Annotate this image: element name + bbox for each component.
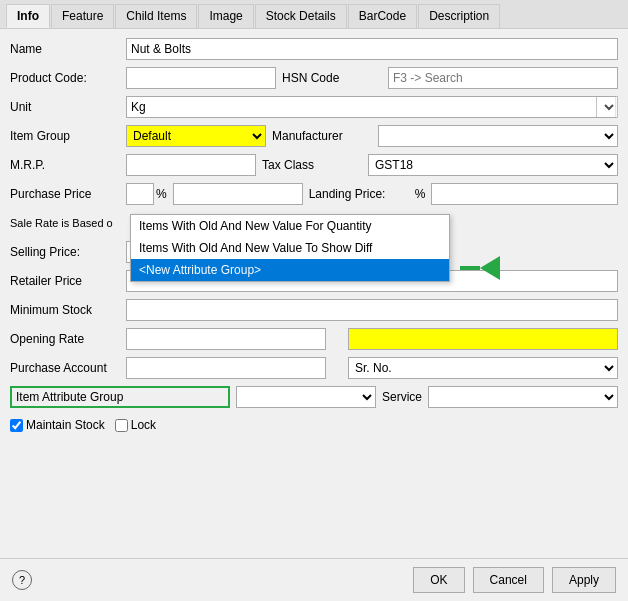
maintain-stock-checkbox-item: Maintain Stock — [10, 418, 105, 432]
purchase-pct-input[interactable] — [126, 183, 154, 205]
purchase-account-label: Purchase Account — [10, 361, 120, 375]
minimum-stock-row: Minimum Stock — [10, 298, 618, 322]
purchase-main-input[interactable] — [173, 183, 303, 205]
purchase-pct-sign: % — [156, 187, 167, 201]
name-label: Name — [10, 42, 120, 56]
minimum-stock-input[interactable] — [126, 299, 618, 321]
tax-class-select[interactable]: GST18 — [368, 154, 618, 176]
footer-left: ? — [12, 570, 405, 590]
unit-select[interactable]: v — [596, 96, 618, 118]
dropdown-item-0[interactable]: Items With Old And New Value For Quantit… — [131, 215, 449, 237]
lock-label: Lock — [131, 418, 156, 432]
tab-description[interactable]: Description — [418, 4, 500, 28]
item-attr-group-label: Item Attribute Group — [16, 390, 123, 404]
footer: ? OK Cancel Apply — [0, 558, 628, 601]
dropdown-popup: Items With Old And New Value For Quantit… — [130, 214, 450, 282]
help-icon[interactable]: ? — [12, 570, 32, 590]
opening-rate-input[interactable] — [126, 328, 326, 350]
product-code-label: Product Code: — [10, 71, 120, 85]
product-code-input[interactable] — [126, 67, 276, 89]
tab-child-items[interactable]: Child Items — [115, 4, 197, 28]
dropdown-item-2[interactable]: <New Attribute Group> — [131, 259, 449, 281]
apply-button[interactable]: Apply — [552, 567, 616, 593]
hsn-input[interactable] — [388, 67, 618, 89]
tab-stock-details[interactable]: Stock Details — [255, 4, 347, 28]
item-group-select[interactable]: Default — [126, 125, 266, 147]
landing-pct-sign: % — [415, 187, 426, 201]
dropdown-item-1[interactable]: Items With Old And New Value To Show Dif… — [131, 237, 449, 259]
maintain-stock-checkbox[interactable] — [10, 419, 23, 432]
tab-image[interactable]: Image — [198, 4, 253, 28]
tab-info[interactable]: Info — [6, 4, 50, 28]
hsn-label: HSN Code — [282, 71, 382, 85]
tab-feature[interactable]: Feature — [51, 4, 114, 28]
arrow-head — [480, 256, 500, 280]
item-attr-group-container: Item Attribute Group — [10, 386, 230, 408]
maintain-stock-label: Maintain Stock — [26, 418, 105, 432]
mrp-input[interactable] — [126, 154, 256, 176]
cancel-button[interactable]: Cancel — [473, 567, 544, 593]
landing-price-input[interactable] — [431, 183, 618, 205]
ok-button[interactable]: OK — [413, 567, 464, 593]
purchase-account-input[interactable] — [126, 357, 326, 379]
checkboxes-row: Maintain Stock Lock — [10, 418, 618, 432]
tab-bar: Info Feature Child Items Image Stock Det… — [0, 0, 628, 29]
sale-rate-label: Sale Rate is Based o — [10, 217, 120, 229]
name-input[interactable] — [126, 38, 618, 60]
unit-row: Unit v — [10, 95, 618, 119]
manufacturer-select[interactable] — [378, 125, 618, 147]
sr-no-select[interactable]: Sr. No. — [348, 357, 618, 379]
main-window: Info Feature Child Items Image Stock Det… — [0, 0, 628, 601]
item-attr-group-row: Item Attribute Group Service — [10, 385, 618, 409]
unit-input[interactable] — [126, 96, 616, 118]
item-attr-group-select[interactable] — [236, 386, 376, 408]
lock-checkbox[interactable] — [115, 419, 128, 432]
purchase-price-row: Purchase Price % Landing Price: % — [10, 182, 618, 206]
unit-label: Unit — [10, 100, 120, 114]
item-group-row: Item Group Default Manufacturer — [10, 124, 618, 148]
purchase-account-row: Purchase Account Sr. No. — [10, 356, 618, 380]
landing-price-label: Landing Price: — [309, 187, 409, 201]
arrow-line — [460, 266, 480, 270]
form-content: Name Product Code: HSN Code Unit v Item … — [0, 29, 628, 558]
retailer-price-label: Retailer Price — [10, 274, 120, 288]
item-group-label: Item Group — [10, 129, 120, 143]
product-code-row: Product Code: HSN Code — [10, 66, 618, 90]
name-row: Name — [10, 37, 618, 61]
arrow-indicator — [460, 257, 500, 279]
tax-class-label: Tax Class — [262, 158, 362, 172]
minimum-stock-label: Minimum Stock — [10, 303, 120, 317]
service-label: Service — [382, 390, 422, 404]
mrp-row: M.R.P. Tax Class GST18 — [10, 153, 618, 177]
purchase-price-label: Purchase Price — [10, 187, 120, 201]
sale-account-input[interactable] — [348, 328, 618, 350]
opening-rate-label: Opening Rate — [10, 332, 120, 346]
manufacturer-label: Manufacturer — [272, 129, 372, 143]
selling-price-label: Selling Price: — [10, 245, 120, 259]
tab-barcode[interactable]: BarCode — [348, 4, 417, 28]
lock-checkbox-item: Lock — [115, 418, 156, 432]
opening-rate-row: Opening Rate — [10, 327, 618, 351]
mrp-label: M.R.P. — [10, 158, 120, 172]
service-select[interactable] — [428, 386, 618, 408]
